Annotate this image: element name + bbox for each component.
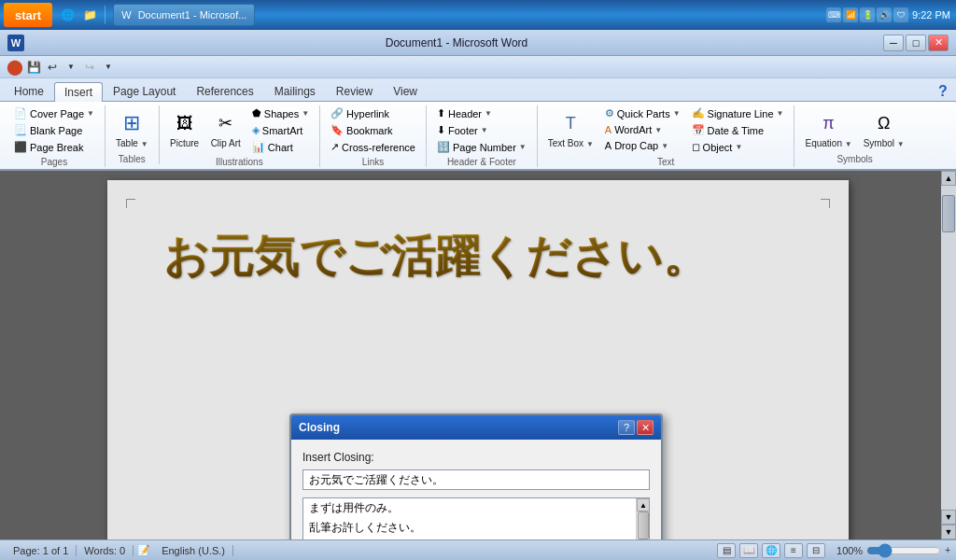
wordart-button[interactable]: A WordArt ▼ bbox=[600, 122, 685, 137]
crossref-button[interactable]: ↗ Cross-reference bbox=[326, 139, 420, 155]
object-button[interactable]: ◻ Object ▼ bbox=[687, 139, 789, 155]
window-controls: ─ □ ✕ bbox=[883, 35, 949, 51]
ribbon-group-symbols: π Equation ▼ Ω Symbol ▼ Symb bbox=[796, 105, 914, 164]
closing-list-item[interactable]: 乱筆お許しください。 bbox=[303, 518, 636, 538]
words-status: Words: 0 bbox=[77, 545, 134, 556]
symbol-button[interactable]: Ω Symbol ▼ bbox=[859, 105, 909, 152]
footer-button[interactable]: ⬇ Footer ▼ bbox=[432, 122, 531, 138]
quick-parts-button[interactable]: ⚙ Quick Parts ▼ bbox=[600, 105, 685, 121]
scroll-up-arrow[interactable]: ▲ bbox=[637, 498, 650, 511]
clip-art-icon: ✂ bbox=[211, 108, 241, 138]
tab-review[interactable]: Review bbox=[326, 81, 383, 101]
chart-button[interactable]: 📊 Chart bbox=[247, 139, 314, 155]
taskbar-right: ⌨ 📶 🔋 🔊 🛡 9:22 PM bbox=[826, 7, 956, 22]
dialog-help-button[interactable]: ? bbox=[618, 420, 635, 435]
ie-icon[interactable]: 🌐 bbox=[58, 6, 77, 24]
clip-art-label: Clip Art bbox=[211, 138, 241, 149]
page-break-label: Page Break bbox=[30, 142, 83, 153]
tab-mailings[interactable]: Mailings bbox=[264, 81, 326, 101]
quick-parts-icon: ⚙ bbox=[605, 107, 614, 119]
dialog-close-button[interactable]: ✕ bbox=[637, 420, 654, 435]
tables-items: ⊞ Table ▼ bbox=[111, 105, 153, 152]
redo-quick-icon[interactable]: ↪ bbox=[80, 59, 99, 76]
closing-list-item[interactable]: 乱筆乱文ご容赦。 bbox=[303, 538, 636, 539]
zoom-percent: 100% bbox=[836, 545, 863, 556]
smartart-button[interactable]: ◈ SmartArt bbox=[247, 122, 314, 138]
closing-list[interactable]: まずは用件のみ。乱筆お許しください。乱筆乱文ご容赦。ご自愛のほど祈ります。ご健康… bbox=[303, 498, 636, 539]
word-icon-small: W bbox=[121, 9, 131, 21]
date-time-button[interactable]: 📅 Date & Time bbox=[687, 122, 789, 138]
footer-icon: ⬇ bbox=[437, 124, 445, 136]
illust-col2: ⬟ Shapes ▼ ◈ SmartArt 📊 Chart bbox=[247, 105, 314, 155]
table-label: Table ▼ bbox=[116, 138, 148, 149]
equation-button[interactable]: π Equation ▼ bbox=[800, 105, 856, 152]
undo-dropdown-icon[interactable]: ▼ bbox=[62, 59, 80, 76]
spellcheck-icon[interactable]: 📝 bbox=[137, 544, 150, 556]
shapes-button[interactable]: ⬟ Shapes ▼ bbox=[247, 105, 314, 121]
chart-label: Chart bbox=[268, 142, 293, 153]
minimize-button[interactable]: ─ bbox=[883, 35, 904, 51]
pages-items: 📄 Cover Page ▼ 📃 Blank Page ⬛ Page Break bbox=[9, 105, 99, 155]
insert-closing-input[interactable] bbox=[302, 469, 650, 490]
draft-btn[interactable]: ⊟ bbox=[807, 543, 825, 558]
zoom-slider[interactable] bbox=[866, 546, 941, 555]
blank-page-label: Blank Page bbox=[30, 125, 82, 136]
picture-button[interactable]: 🖼 Picture bbox=[165, 105, 204, 152]
equation-icon: π bbox=[814, 108, 844, 138]
links-items: 🔗 Hyperlink 🔖 Bookmark ↗ Cross-reference bbox=[326, 105, 420, 155]
full-reading-btn[interactable]: 📖 bbox=[739, 543, 758, 558]
blank-page-button[interactable]: 📃 Blank Page bbox=[9, 122, 99, 138]
cover-page-button[interactable]: 📄 Cover Page ▼ bbox=[9, 105, 99, 121]
drop-cap-button[interactable]: A Drop Cap ▼ bbox=[600, 138, 685, 153]
save-quick-icon[interactable]: 💾 bbox=[24, 59, 43, 76]
page-number-button[interactable]: 🔢 Page Number ▼ bbox=[432, 139, 531, 155]
print-layout-btn[interactable]: ▤ bbox=[717, 543, 736, 558]
symbol-label: Symbol ▼ bbox=[864, 138, 905, 149]
tab-references[interactable]: References bbox=[186, 81, 263, 101]
web-layout-btn[interactable]: 🌐 bbox=[762, 543, 780, 558]
close-button[interactable]: ✕ bbox=[928, 35, 949, 51]
sound-icon: 🔊 bbox=[877, 7, 892, 22]
tab-page-layout[interactable]: Page Layout bbox=[103, 81, 186, 101]
window-title: Document1 - Microsoft Word bbox=[30, 36, 883, 49]
wordart-icon: A bbox=[605, 124, 612, 135]
page-break-button[interactable]: ⬛ Page Break bbox=[9, 139, 99, 155]
text-box-button[interactable]: T Text Box ▼ bbox=[543, 105, 598, 152]
bookmark-button[interactable]: 🔖 Bookmark bbox=[326, 122, 420, 138]
hyperlink-button[interactable]: 🔗 Hyperlink bbox=[326, 105, 420, 121]
tab-home[interactable]: Home bbox=[4, 81, 54, 101]
text-items: T Text Box ▼ ⚙ Quick Parts ▼ bbox=[543, 105, 789, 155]
tab-insert[interactable]: Insert bbox=[54, 82, 103, 102]
tab-view[interactable]: View bbox=[383, 81, 428, 101]
closing-list-item[interactable]: まずは用件のみ。 bbox=[303, 498, 636, 518]
closing-list-container: まずは用件のみ。乱筆お許しください。乱筆乱文ご容赦。ご自愛のほど祈ります。ご健康… bbox=[302, 497, 650, 539]
ribbon-help-icon[interactable]: ? bbox=[934, 82, 952, 101]
sig-line-icon: ✍ bbox=[692, 107, 705, 119]
header-button[interactable]: ⬆ Header ▼ bbox=[432, 105, 531, 121]
undo-quick-icon[interactable]: ↩ bbox=[43, 59, 62, 76]
crossref-label: Cross-reference bbox=[342, 142, 415, 153]
dialog-insert-label: Insert Closing: bbox=[302, 451, 650, 464]
outline-btn[interactable]: ≡ bbox=[784, 543, 803, 558]
list-scrollbar[interactable]: ▲ ▼ bbox=[636, 498, 649, 539]
sig-line-button[interactable]: ✍ Signature Line ▼ bbox=[687, 105, 789, 121]
restore-button[interactable]: □ bbox=[906, 35, 926, 51]
picture-icon: 🖼 bbox=[170, 108, 200, 138]
zoom-in-btn[interactable]: + bbox=[945, 545, 950, 555]
scroll-thumb[interactable] bbox=[638, 511, 649, 539]
table-button[interactable]: ⊞ Table ▼ bbox=[111, 105, 153, 152]
word-window: W Document1 - Microsoft Word ─ □ ✕ ⬤ 💾 ↩… bbox=[0, 30, 956, 560]
scroll-track[interactable] bbox=[637, 511, 649, 539]
start-button[interactable]: start bbox=[4, 3, 52, 27]
taskbar-word-button[interactable]: W Document1 - Microsof... bbox=[113, 4, 255, 26]
ribbon-group-tables: ⊞ Table ▼ Tables bbox=[107, 105, 160, 164]
folder-icon[interactable]: 📁 bbox=[80, 6, 99, 24]
page-number-icon: 🔢 bbox=[437, 141, 450, 153]
drop-cap-icon: A bbox=[605, 140, 612, 151]
clip-art-button[interactable]: ✂ Clip Art bbox=[206, 105, 246, 152]
qa-dropdown-icon[interactable]: ▼ bbox=[99, 59, 118, 76]
picture-label: Picture bbox=[170, 138, 199, 149]
office-button[interactable]: ⬤ bbox=[6, 59, 24, 76]
crossref-icon: ↗ bbox=[330, 141, 339, 153]
date-time-icon: 📅 bbox=[692, 124, 705, 136]
